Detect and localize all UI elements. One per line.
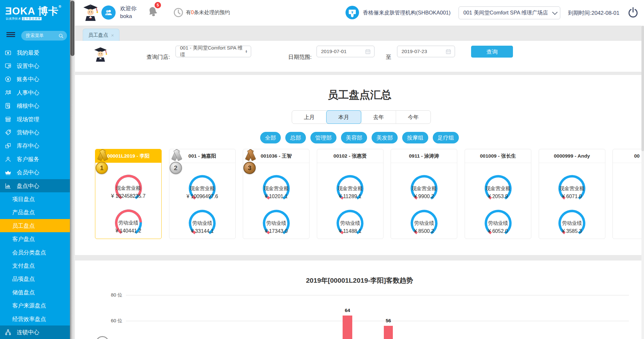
labor-gauge: 劳动业绩¥ 6052.0 [465, 208, 531, 239]
sidebar-item-人事中心[interactable]: 人事中心 [0, 86, 70, 99]
labor-gauge-value: ¥ 11488.1 [317, 228, 383, 234]
date-from-input[interactable]: 2019-07-01 [317, 46, 374, 57]
employee-card[interactable]: 00102 - 张惠贤现金营业额¥ 11289.1劳动业绩¥ 11488.1 [317, 149, 384, 239]
calendar-icon [445, 49, 451, 55]
labor-gauge: 劳动业绩¥ 11488.1 [317, 208, 383, 239]
sidebar-item-会员中心[interactable]: 会员中心 [0, 166, 70, 179]
medal-ribbon-icon [171, 149, 182, 162]
employee-card[interactable]: 0000999 - Andy现金营业额¥ 6071.0劳动业绩¥ 3585.3 [539, 149, 605, 239]
dept-filter-全部[interactable]: 全部 [260, 132, 281, 143]
close-icon[interactable]: × [111, 32, 114, 38]
employee-card[interactable]: 00001L2019 - 李阳1现金营业额¥ 102458235.7劳动业绩¥ … [95, 149, 162, 239]
store-query-select[interactable]: 001 - 美间堂Comfort SPA 维璟 ▲▼ [175, 46, 251, 57]
organization-name: 香格俪来皮肤管理机构(SHBOKA001) [363, 9, 450, 16]
sidebar-item-label: 项目盘点 [12, 195, 35, 203]
cash-gauge-label: 现金营业额 [317, 185, 383, 192]
period-tab-本月[interactable]: 本月 [326, 110, 361, 124]
sidebar-item-产品盘点[interactable]: 产品盘点 [0, 206, 70, 219]
floating-widget-circle[interactable] [96, 336, 109, 339]
sidebar-item-品项盘点[interactable]: 品项盘点 [0, 272, 70, 286]
finance-icon [5, 76, 12, 83]
period-tab-去年[interactable]: 去年 [361, 111, 396, 124]
dept-filter-足疗组[interactable]: 足疗组 [433, 132, 459, 143]
query-button[interactable]: 查询 [471, 46, 513, 58]
sidebar-item-盘点中心[interactable]: 盘点中心 [0, 179, 70, 192]
welcome-text: 欢迎你 boka [120, 5, 137, 20]
labor-gauge-value: ¥ 33144.1 [169, 228, 235, 234]
cash-gauge-label: 现金营业额 [539, 185, 605, 192]
labor-gauge-label: 劳动业绩 [317, 220, 383, 227]
sidebar-scrollbar-thumb[interactable] [71, 1, 74, 56]
date-to-input[interactable]: 2019-07-23 [397, 46, 455, 57]
employee-card[interactable]: 001 - 施嘉阳2现金营业额¥ 10096497.6劳动业绩¥ 33144.1 [169, 149, 236, 239]
sidebar-item-营销中心[interactable]: 营销中心 [0, 126, 70, 139]
tab-employee-stocktake[interactable]: 员工盘点× [83, 29, 119, 41]
dept-filter-按摩组[interactable]: 按摩组 [402, 132, 428, 143]
employee-card[interactable]: 0911 - 涂涛涛现金营业额¥ 9900.2劳动业绩¥ 8500.2 [391, 149, 457, 239]
card-body: 现金营业额¥ 2053.9劳动业绩¥ 6052.0 [465, 163, 531, 239]
username: boka [120, 13, 137, 20]
registered-mark: ® [59, 5, 62, 8]
sidebar-item-label: 我的最爱 [17, 49, 39, 57]
chart-title: 2019年[00001L2019-李阳]客数趋势 [75, 276, 644, 285]
sidebar-item-客户盘点[interactable]: 客户盘点 [0, 232, 70, 245]
avatar[interactable] [101, 5, 116, 20]
bar-value-label: 56 [379, 318, 398, 323]
store-selector-dropdown[interactable]: 001 美间堂Comfort SPA 维璟广场店 [459, 6, 560, 19]
y-axis-tick-label: 60 位 [99, 318, 122, 324]
dept-filter-美容部[interactable]: 美容部 [341, 132, 367, 143]
dept-filter-管理部[interactable]: 管理部 [310, 132, 336, 143]
cash-gauge-value: ¥ 11289.1 [317, 194, 383, 199]
sidebar-item-现场管理[interactable]: 现场管理 [0, 113, 70, 126]
medal-rank-badge: 2 [170, 162, 182, 174]
labor-gauge: 劳动业绩¥ 8500.2 [391, 208, 457, 239]
employee-card[interactable]: 001036 - 王智3现金营业额¥ 10201.1劳动业绩¥ 17343.0 [243, 149, 309, 239]
member-icon [5, 169, 12, 176]
sidebar-item-员工盘点[interactable]: 员工盘点 [0, 219, 70, 232]
search-icon [58, 33, 64, 39]
window-scrollbar-thumb[interactable] [641, 26, 644, 151]
cash-gauge: 现金营业额¥ 9900.2 [391, 174, 457, 204]
sidebar-item-客户服务[interactable]: 客户服务 [0, 152, 70, 166]
cash-gauge-label: 现金营业额 [169, 185, 235, 192]
power-logout-icon[interactable] [627, 6, 639, 20]
period-tab-今年[interactable]: 今年 [396, 111, 431, 124]
logo-tagline: 以优势技术提升美业效率 [6, 17, 42, 21]
sidebar-item-支付盘点[interactable]: 支付盘点 [0, 259, 70, 272]
sidebar-item-储值盘点[interactable]: 储值盘点 [0, 286, 70, 299]
labor-gauge-value: ¥ 3585.3 [539, 228, 605, 234]
store-query-label: 查询门店: [147, 53, 170, 61]
employee-card[interactable]: 00 [612, 149, 644, 239]
cash-gauge-value: ¥ 6071.0 [539, 194, 605, 199]
sidebar-item-经营效率盘点[interactable]: 经营效率盘点 [0, 312, 70, 325]
top-header: 欢迎你 boka 5 有0条未处理的预约 ¥ 香格俪来皮肤管理机构(SHBOKA… [75, 0, 644, 26]
employee-card[interactable]: 001009 - 张长生现金营业额¥ 2053.9劳动业绩¥ 6052.0 [465, 149, 531, 239]
chevron-down-icon [552, 9, 558, 15]
customer-service-icon [5, 156, 12, 163]
period-tab-上月[interactable]: 上月 [292, 111, 327, 124]
sidebar-item-账务中心[interactable]: 账务中心 [0, 73, 70, 86]
sidebar-item-稽核中心[interactable]: 稽核中心 [0, 99, 70, 113]
date-range-label: 日期范围: [288, 53, 312, 61]
card-body: 现金营业额¥ 11289.1劳动业绩¥ 11488.1 [317, 163, 383, 239]
sidebar-item-我的最爱[interactable]: 我的最爱 [0, 46, 70, 59]
hr-icon [5, 89, 12, 96]
sidebar-item-label: 设置中心 [17, 62, 39, 70]
sidebar-item-label: 产品盘点 [12, 208, 35, 216]
sidebar-item-会员分类盘点[interactable]: 会员分类盘点 [0, 246, 70, 259]
dept-filter-总部[interactable]: 总部 [285, 132, 306, 143]
employee-name: 0000999 - Andy [539, 149, 605, 163]
hamburger-menu-icon[interactable] [6, 32, 15, 37]
sidebar-item-库存中心[interactable]: 库存中心 [0, 139, 70, 152]
search-input[interactable]: 搜索菜单 [21, 31, 67, 41]
cash-gauge-value: ¥ 10201.1 [243, 194, 309, 199]
sidebar-item-客户来源盘点[interactable]: 客户来源盘点 [0, 299, 70, 312]
sidebar-item-label: 经营效率盘点 [12, 315, 46, 323]
sidebar-item-项目盘点[interactable]: 项目盘点 [0, 192, 70, 206]
sidebar-item-连锁中心[interactable]: 连锁中心 [0, 325, 70, 339]
dept-filter-美发部[interactable]: 美发部 [372, 132, 398, 143]
sidebar: ƎOKA 博卡® 以优势技术提升美业效率 搜索菜单 我的最爱设置中心账务中心人事… [0, 0, 70, 339]
sidebar-item-label: 储值盘点 [12, 289, 35, 296]
sidebar-item-label: 连锁中心 [17, 328, 39, 336]
sidebar-item-设置中心[interactable]: 设置中心 [0, 59, 70, 72]
